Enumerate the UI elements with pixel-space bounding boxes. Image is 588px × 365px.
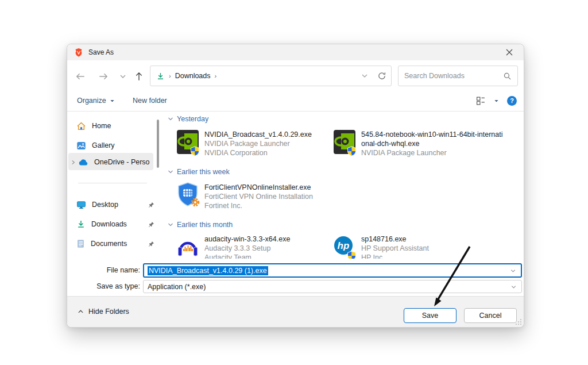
recent-locations-button[interactable]	[117, 70, 129, 83]
chevron-up-icon	[78, 309, 84, 315]
file-item-nvidia-driver[interactable]: 545.84-notebook-win10-win11-64bit-intern…	[332, 129, 488, 162]
back-button[interactable]	[74, 70, 87, 83]
help-button[interactable]: ?	[507, 96, 517, 106]
resize-grip[interactable]	[515, 318, 522, 325]
chevron-down-icon	[119, 73, 126, 80]
file-item-hp[interactable]: hp sp148716.	[332, 233, 488, 259]
file-description: FortiClient VPN Online Installation	[204, 192, 328, 201]
search-icon	[503, 72, 512, 80]
sidebar-scrollbar-thumb[interactable]	[157, 120, 159, 168]
home-icon	[76, 121, 86, 131]
sidebar-item-label: Downloads	[91, 220, 148, 228]
sidebar-item-desktop[interactable]: Desktop	[76, 198, 154, 212]
search-input[interactable]: Search Downloads	[398, 66, 518, 86]
close-icon	[506, 49, 513, 56]
address-dropdown-icon[interactable]	[361, 72, 368, 79]
save-button[interactable]: Save	[404, 308, 457, 323]
dialog-title: Save As	[88, 48, 114, 56]
group-collapse-icon	[168, 222, 173, 228]
search-placeholder: Search Downloads	[404, 72, 503, 80]
cancel-button-label: Cancel	[479, 312, 502, 320]
file-description: Audacity 3.3.3 Setup	[204, 244, 328, 253]
file-publisher: NVIDIA Corporation	[204, 148, 328, 157]
save-as-dialog: Save As	[67, 44, 524, 328]
file-name-value: NVIDIA_Broadcast_v1.4.0.29 (1).exe	[148, 266, 268, 275]
downloads-location-icon	[156, 72, 165, 80]
organize-button[interactable]: Organize	[77, 90, 115, 111]
new-folder-button[interactable]: New folder	[133, 90, 167, 111]
screenshot-stage: Save As	[0, 0, 588, 365]
organize-label: Organize	[77, 97, 106, 105]
group-collapse-icon	[168, 116, 173, 122]
file-item-forticlient[interactable]: FortiClientVPNOnlineInstaller.exe FortiC…	[176, 182, 331, 215]
title-bar: Save As	[67, 44, 524, 60]
footer-bar: Hide Folders Save Cancel	[67, 296, 524, 327]
hide-folders-label: Hide Folders	[88, 308, 129, 316]
up-button[interactable]	[133, 70, 145, 83]
file-description: NVIDIA Package Launcher	[204, 139, 328, 148]
desktop-icon	[76, 200, 86, 210]
new-folder-label: New folder	[133, 97, 167, 105]
breadcrumb-location[interactable]: Downloads	[175, 72, 211, 80]
organize-dropdown-icon	[110, 98, 115, 103]
sidebar-item-documents[interactable]: Documents	[76, 237, 154, 251]
gallery-icon	[76, 141, 86, 151]
save-button-label: Save	[422, 312, 439, 320]
sidebar-item-downloads[interactable]: Downloads	[76, 217, 154, 231]
group-header-earlier-this-month[interactable]: Earlier this month	[168, 221, 233, 229]
save-as-type-dropdown-icon[interactable]	[510, 283, 517, 290]
cancel-button[interactable]: Cancel	[464, 308, 517, 323]
group-label: Earlier this week	[177, 168, 230, 176]
back-arrow-icon	[75, 71, 86, 82]
file-name-input[interactable]: NVIDIA_Broadcast_v1.4.0.29 (1).exe	[143, 263, 522, 278]
documents-icon	[76, 239, 85, 248]
group-label: Earlier this month	[177, 221, 233, 229]
nvidia-installer-icon	[176, 129, 200, 157]
view-options-dropdown-icon[interactable]	[494, 98, 499, 103]
file-item-audacity[interactable]: audacity-win-3.3.3-x64.exe Audacity 3.3.…	[176, 233, 331, 259]
hp-logo-text: hp	[338, 240, 350, 251]
close-button[interactable]	[500, 44, 519, 60]
file-publisher: Audacity Team	[204, 253, 328, 259]
group-header-yesterday[interactable]: Yesterday	[168, 115, 208, 123]
sidebar-item-label: Home	[92, 122, 154, 130]
file-list: Yesterday	[164, 112, 524, 259]
group-header-earlier-this-week[interactable]: Earlier this week	[168, 168, 230, 176]
file-name-label: File name:	[71, 266, 140, 274]
save-as-type-value: Application (*.exe)	[148, 283, 206, 291]
file-item-nvidia-broadcast[interactable]: NVIDIA_Broadcast_v1.4.0.29.exe NVIDIA Pa…	[176, 129, 331, 162]
pin-icon	[148, 202, 154, 208]
sidebar-item-label: Desktop	[92, 201, 148, 209]
downloads-icon	[76, 220, 86, 229]
breadcrumb-separator: ›	[215, 72, 217, 79]
hp-installer-icon: hp	[332, 233, 357, 259]
sidebar-item-label: Documents	[91, 240, 148, 248]
sidebar-item-home[interactable]: Home	[76, 119, 154, 133]
pin-icon	[148, 241, 154, 247]
forward-arrow-icon	[98, 71, 109, 82]
file-name: FortiClientVPNOnlineInstaller.exe	[204, 183, 328, 192]
sidebar-item-onedrive[interactable]: OneDrive - Perso	[71, 155, 154, 169]
save-as-type-select[interactable]: Application (*.exe)	[143, 280, 522, 293]
uac-shield-icon	[347, 146, 357, 157]
forward-button[interactable]	[97, 70, 110, 83]
file-name-dropdown-icon[interactable]	[510, 267, 516, 274]
refresh-icon[interactable]	[377, 71, 386, 80]
hide-folders-button[interactable]: Hide Folders	[78, 308, 129, 316]
content-area: Home Gallery OneDrive - Perso	[67, 112, 524, 259]
view-options-icon[interactable]	[476, 96, 486, 106]
expander-chevron-icon[interactable]	[71, 160, 76, 165]
breadcrumb-separator: ›	[169, 72, 171, 79]
up-arrow-icon	[134, 71, 144, 82]
address-bar[interactable]: › Downloads ›	[150, 66, 392, 86]
brave-icon	[74, 48, 83, 57]
file-name: NVIDIA_Broadcast_v1.4.0.29.exe	[204, 130, 328, 139]
uac-shield-icon	[190, 146, 200, 157]
file-publisher: HP Inc.	[361, 253, 485, 259]
help-icon: ?	[510, 97, 514, 104]
sidebar-item-label: OneDrive - Perso	[94, 158, 154, 166]
audacity-installer-icon	[176, 233, 200, 259]
forticlient-installer-icon	[176, 182, 200, 210]
sidebar-item-gallery[interactable]: Gallery	[76, 139, 154, 152]
group-collapse-icon	[168, 169, 173, 175]
